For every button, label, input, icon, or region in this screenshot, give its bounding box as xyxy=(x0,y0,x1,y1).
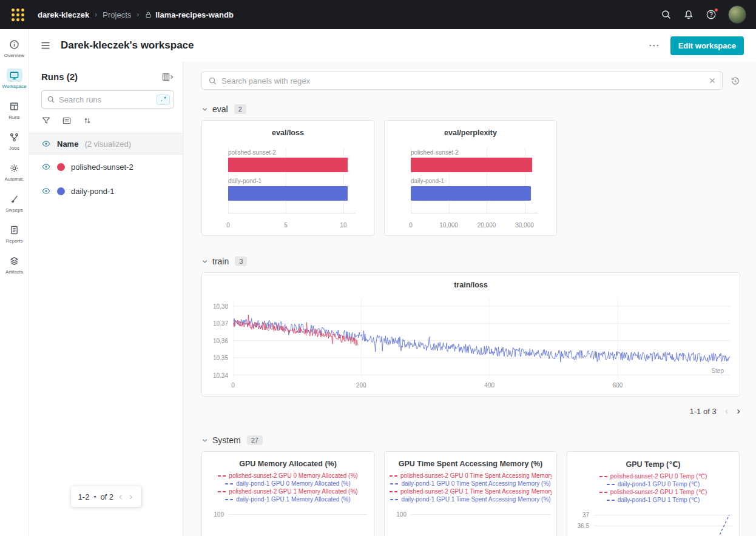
sidebar-item-jobs[interactable]: Jobs xyxy=(1,130,29,151)
x-axis: 0510 xyxy=(228,218,356,227)
chart-legend: polished-sunset-2 GPU 0 Memory Allocated… xyxy=(202,472,374,503)
chevron-left-icon[interactable]: ‹ xyxy=(725,405,729,417)
bar[interactable] xyxy=(411,158,532,172)
caret-down-icon[interactable]: ▾ xyxy=(93,494,96,500)
visualized-count: (2 visualized) xyxy=(84,139,131,149)
legend-entry[interactable]: daily-pond-1 GPU 0 Memory Allocated (%) xyxy=(202,480,374,487)
legend-entry[interactable]: polished-sunset-2 GPU 0 Time Spent Acces… xyxy=(385,472,556,480)
eye-visibility-icon[interactable] xyxy=(41,186,51,196)
panel-eval-perplexity[interactable]: eval/perplexity polished-sunset-2daily-p… xyxy=(384,120,557,236)
chevron-down-icon xyxy=(201,106,208,113)
legend-entry[interactable]: daily-pond-1 GPU 1 Memory Allocated (%) xyxy=(202,495,374,503)
breadcrumb-project[interactable]: llama-recipes-wandb xyxy=(155,10,234,19)
chart-legend: polished-sunset-2 GPU 0 Temp (℃)daily-po… xyxy=(567,472,739,504)
legend-entry[interactable]: daily-pond-1 GPU 0 Time Spent Accessing … xyxy=(385,480,556,487)
sidebar-item-overview[interactable]: Overview xyxy=(1,38,29,58)
search-icon[interactable] xyxy=(661,9,672,20)
menu-hamburger-icon[interactable] xyxy=(40,40,51,51)
avatar[interactable] xyxy=(728,5,746,24)
chevron-right-icon[interactable]: › xyxy=(737,405,740,417)
topbar: darek-kleczek › Projects › llama-recipes… xyxy=(0,0,756,29)
eye-visibility-icon[interactable] xyxy=(41,139,51,149)
sweeps-broom-icon xyxy=(7,192,22,206)
overflow-menu-button[interactable]: ⋯ xyxy=(649,40,660,51)
panel-title: eval/loss xyxy=(202,129,374,137)
legend-entry[interactable]: polished-sunset-2 GPU 1 Temp (℃) xyxy=(567,488,739,496)
sidebar-item-label: Jobs xyxy=(9,146,19,151)
line-plot: 10.3410.3510.3610.3710.380200400600Step xyxy=(233,298,730,378)
legend-entry[interactable]: daily-pond-1 GPU 0 Temp (℃) xyxy=(567,480,739,488)
run-row-daily-pond-1[interactable]: daily-pond-1 xyxy=(29,179,183,203)
legend-dash-mark xyxy=(218,491,226,492)
wandb-logo[interactable] xyxy=(0,0,35,29)
legend-entry[interactable]: daily-pond-1 GPU 1 Time Spent Accessing … xyxy=(385,495,556,503)
clear-search-icon[interactable] xyxy=(709,77,716,84)
name-column-header[interactable]: Name xyxy=(57,139,78,149)
legend-dash-mark xyxy=(390,499,398,500)
runs-sidebar: Runs (2) .* xyxy=(29,62,183,536)
sidebar-item-automations[interactable]: Automat. xyxy=(1,161,29,182)
panel-gpu-temp[interactable]: GPU Temp (℃) polished-sunset-2 GPU 0 Tem… xyxy=(567,451,740,536)
breadcrumb-projects[interactable]: Projects xyxy=(103,10,131,19)
legend-dash-mark xyxy=(607,484,615,485)
panel-gpu-time-accessing-memory[interactable]: GPU Time Spent Accessing Memory (%) poli… xyxy=(384,451,557,536)
bar[interactable] xyxy=(411,186,531,201)
axis-tick-label: 10 xyxy=(340,222,346,229)
legend-dash-mark xyxy=(390,475,397,477)
search-icon xyxy=(47,95,55,104)
gridline xyxy=(411,514,550,515)
bar[interactable] xyxy=(228,186,348,201)
group-list-icon[interactable] xyxy=(62,116,72,126)
chevron-down-icon xyxy=(201,437,208,444)
sidebar-item-workspace[interactable]: Workspace xyxy=(1,69,29,89)
legend-entry[interactable]: daily-pond-1 GPU 1 Temp (℃) xyxy=(567,496,739,504)
chevron-right-icon[interactable]: › xyxy=(128,491,134,503)
breadcrumb: darek-kleczek › Projects › llama-recipes… xyxy=(38,10,234,19)
help-icon[interactable] xyxy=(706,9,717,20)
edit-workspace-button[interactable]: Edit workspace xyxy=(670,36,744,55)
breadcrumb-user[interactable]: darek-kleczek xyxy=(38,10,89,19)
expand-runs-table-button[interactable] xyxy=(162,72,174,82)
axis-tick-label: 30,000 xyxy=(515,222,534,229)
sidebar-item-label: Runs xyxy=(8,115,20,120)
chevron-left-icon[interactable]: ‹ xyxy=(118,491,124,503)
sidebar-item-label: Artifacts xyxy=(5,269,23,275)
legend-dash-mark xyxy=(607,500,615,501)
notifications-bell-icon[interactable] xyxy=(683,9,694,20)
legend-entry[interactable]: polished-sunset-2 GPU 1 Memory Allocated… xyxy=(202,487,374,495)
axis-tick-label: 600 xyxy=(613,382,623,389)
section-system-header[interactable]: System 27 xyxy=(201,435,740,445)
regex-toggle-button[interactable]: .* xyxy=(157,95,170,105)
sort-icon[interactable] xyxy=(83,116,92,126)
sidebar-item-runs[interactable]: Runs xyxy=(1,99,29,120)
history-icon[interactable] xyxy=(730,76,740,86)
sidebar-item-artifacts[interactable]: Artifacts xyxy=(1,254,29,275)
sidebar-item-sweeps[interactable]: Sweeps xyxy=(1,192,29,213)
axis-tick-label: 36.5 xyxy=(572,523,589,529)
legend-dash-mark xyxy=(599,492,607,493)
line-plot: 100 xyxy=(207,509,369,536)
run-row-polished-sunset-2[interactable]: polished-sunset-2 xyxy=(29,155,183,179)
bar[interactable] xyxy=(228,158,348,172)
runs-search-input[interactable] xyxy=(59,95,157,104)
legend-label: daily-pond-1 GPU 1 Time Spent Accessing … xyxy=(401,495,550,503)
page-range[interactable]: 1-2 xyxy=(78,492,90,501)
filter-funnel-icon[interactable] xyxy=(41,116,51,126)
panel-train-loss[interactable]: train/loss 10.3410.3510.3610.3710.380200… xyxy=(201,272,740,397)
eye-visibility-icon[interactable] xyxy=(41,162,51,172)
panels-search-input[interactable] xyxy=(221,76,709,85)
bar-category-label: polished-sunset-2 xyxy=(228,149,356,156)
panel-gpu-memory-allocated[interactable]: GPU Memory Allocated (%) polished-sunset… xyxy=(201,451,374,536)
jobs-fork-icon xyxy=(7,130,22,144)
run-name[interactable]: polished-sunset-2 xyxy=(71,162,133,172)
section-train-header[interactable]: train 3 xyxy=(201,256,740,266)
legend-entry[interactable]: polished-sunset-2 GPU 0 Memory Allocated… xyxy=(202,472,374,480)
sidebar-item-reports[interactable]: Reports xyxy=(1,223,29,244)
section-eval-header[interactable]: eval 2 xyxy=(201,104,740,114)
panels-area[interactable]: eval 2 eval/loss polished-sunset-2daily-… xyxy=(183,62,756,536)
run-name[interactable]: daily-pond-1 xyxy=(71,187,115,196)
legend-entry[interactable]: polished-sunset-2 GPU 0 Temp (℃) xyxy=(567,472,739,480)
panel-eval-loss[interactable]: eval/loss polished-sunset-2daily-pond-10… xyxy=(201,120,374,236)
legend-entry[interactable]: polished-sunset-2 GPU 1 Time Spent Acces… xyxy=(385,487,556,495)
panel-title: eval/perplexity xyxy=(385,129,556,137)
